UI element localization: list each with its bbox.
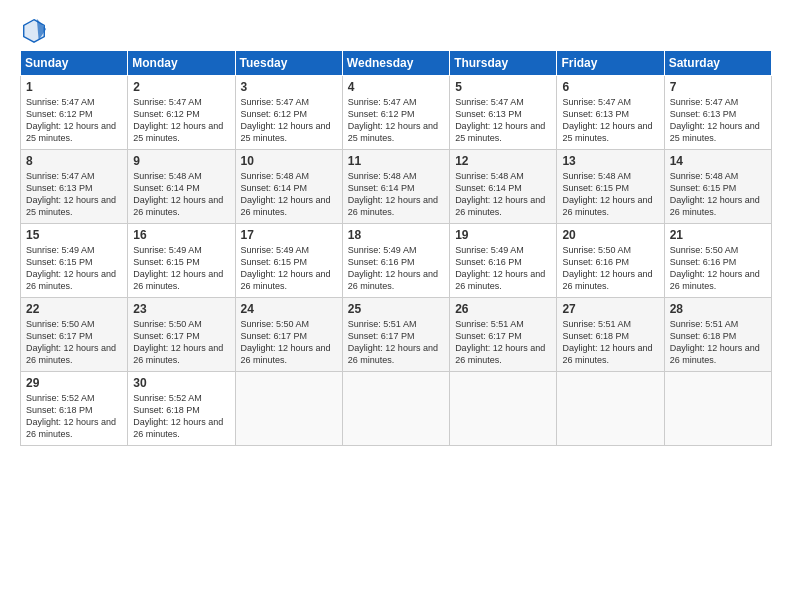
calendar-cell — [664, 372, 771, 446]
calendar-cell: 21 Sunrise: 5:50 AMSunset: 6:16 PMDaylig… — [664, 224, 771, 298]
cell-text: Sunrise: 5:51 AMSunset: 6:17 PMDaylight:… — [455, 319, 545, 365]
calendar-cell: 15 Sunrise: 5:49 AMSunset: 6:15 PMDaylig… — [21, 224, 128, 298]
weekday-header-row: SundayMondayTuesdayWednesdayThursdayFrid… — [21, 51, 772, 76]
day-number: 18 — [348, 228, 444, 242]
weekday-header: Friday — [557, 51, 664, 76]
calendar-cell: 19 Sunrise: 5:49 AMSunset: 6:16 PMDaylig… — [450, 224, 557, 298]
day-number: 3 — [241, 80, 337, 94]
cell-text: Sunrise: 5:47 AMSunset: 6:13 PMDaylight:… — [670, 97, 760, 143]
day-number: 13 — [562, 154, 658, 168]
logo-icon — [20, 16, 48, 44]
day-number: 4 — [348, 80, 444, 94]
calendar-cell: 10 Sunrise: 5:48 AMSunset: 6:14 PMDaylig… — [235, 150, 342, 224]
day-number: 23 — [133, 302, 229, 316]
cell-text: Sunrise: 5:47 AMSunset: 6:12 PMDaylight:… — [241, 97, 331, 143]
day-number: 16 — [133, 228, 229, 242]
day-number: 17 — [241, 228, 337, 242]
calendar-week-row: 8 Sunrise: 5:47 AMSunset: 6:13 PMDayligh… — [21, 150, 772, 224]
day-number: 25 — [348, 302, 444, 316]
cell-text: Sunrise: 5:49 AMSunset: 6:15 PMDaylight:… — [133, 245, 223, 291]
calendar-cell: 2 Sunrise: 5:47 AMSunset: 6:12 PMDayligh… — [128, 76, 235, 150]
cell-text: Sunrise: 5:49 AMSunset: 6:16 PMDaylight:… — [455, 245, 545, 291]
day-number: 2 — [133, 80, 229, 94]
day-number: 6 — [562, 80, 658, 94]
cell-text: Sunrise: 5:47 AMSunset: 6:12 PMDaylight:… — [348, 97, 438, 143]
calendar-cell: 1 Sunrise: 5:47 AMSunset: 6:12 PMDayligh… — [21, 76, 128, 150]
page: SundayMondayTuesdayWednesdayThursdayFrid… — [0, 0, 792, 612]
weekday-header: Monday — [128, 51, 235, 76]
calendar-week-row: 29 Sunrise: 5:52 AMSunset: 6:18 PMDaylig… — [21, 372, 772, 446]
day-number: 7 — [670, 80, 766, 94]
calendar-cell: 23 Sunrise: 5:50 AMSunset: 6:17 PMDaylig… — [128, 298, 235, 372]
calendar-cell: 9 Sunrise: 5:48 AMSunset: 6:14 PMDayligh… — [128, 150, 235, 224]
day-number: 10 — [241, 154, 337, 168]
cell-text: Sunrise: 5:50 AMSunset: 6:17 PMDaylight:… — [26, 319, 116, 365]
calendar-cell — [235, 372, 342, 446]
cell-text: Sunrise: 5:47 AMSunset: 6:13 PMDaylight:… — [562, 97, 652, 143]
calendar-cell: 14 Sunrise: 5:48 AMSunset: 6:15 PMDaylig… — [664, 150, 771, 224]
cell-text: Sunrise: 5:48 AMSunset: 6:14 PMDaylight:… — [133, 171, 223, 217]
day-number: 24 — [241, 302, 337, 316]
cell-text: Sunrise: 5:50 AMSunset: 6:17 PMDaylight:… — [241, 319, 331, 365]
cell-text: Sunrise: 5:48 AMSunset: 6:15 PMDaylight:… — [670, 171, 760, 217]
calendar-cell: 24 Sunrise: 5:50 AMSunset: 6:17 PMDaylig… — [235, 298, 342, 372]
calendar-cell: 4 Sunrise: 5:47 AMSunset: 6:12 PMDayligh… — [342, 76, 449, 150]
day-number: 29 — [26, 376, 122, 390]
calendar-table: SundayMondayTuesdayWednesdayThursdayFrid… — [20, 50, 772, 446]
calendar-week-row: 22 Sunrise: 5:50 AMSunset: 6:17 PMDaylig… — [21, 298, 772, 372]
calendar-cell — [450, 372, 557, 446]
cell-text: Sunrise: 5:52 AMSunset: 6:18 PMDaylight:… — [26, 393, 116, 439]
calendar-cell: 18 Sunrise: 5:49 AMSunset: 6:16 PMDaylig… — [342, 224, 449, 298]
calendar-cell: 29 Sunrise: 5:52 AMSunset: 6:18 PMDaylig… — [21, 372, 128, 446]
header — [20, 16, 772, 44]
weekday-header: Tuesday — [235, 51, 342, 76]
day-number: 26 — [455, 302, 551, 316]
weekday-header: Wednesday — [342, 51, 449, 76]
cell-text: Sunrise: 5:51 AMSunset: 6:17 PMDaylight:… — [348, 319, 438, 365]
calendar-cell: 28 Sunrise: 5:51 AMSunset: 6:18 PMDaylig… — [664, 298, 771, 372]
weekday-header: Sunday — [21, 51, 128, 76]
cell-text: Sunrise: 5:51 AMSunset: 6:18 PMDaylight:… — [562, 319, 652, 365]
cell-text: Sunrise: 5:47 AMSunset: 6:12 PMDaylight:… — [26, 97, 116, 143]
day-number: 1 — [26, 80, 122, 94]
day-number: 28 — [670, 302, 766, 316]
cell-text: Sunrise: 5:47 AMSunset: 6:12 PMDaylight:… — [133, 97, 223, 143]
calendar-cell: 11 Sunrise: 5:48 AMSunset: 6:14 PMDaylig… — [342, 150, 449, 224]
calendar-cell: 5 Sunrise: 5:47 AMSunset: 6:13 PMDayligh… — [450, 76, 557, 150]
calendar-week-row: 15 Sunrise: 5:49 AMSunset: 6:15 PMDaylig… — [21, 224, 772, 298]
day-number: 11 — [348, 154, 444, 168]
calendar-cell: 26 Sunrise: 5:51 AMSunset: 6:17 PMDaylig… — [450, 298, 557, 372]
day-number: 27 — [562, 302, 658, 316]
day-number: 8 — [26, 154, 122, 168]
calendar-cell: 7 Sunrise: 5:47 AMSunset: 6:13 PMDayligh… — [664, 76, 771, 150]
calendar-cell: 22 Sunrise: 5:50 AMSunset: 6:17 PMDaylig… — [21, 298, 128, 372]
calendar-cell: 17 Sunrise: 5:49 AMSunset: 6:15 PMDaylig… — [235, 224, 342, 298]
calendar-cell: 3 Sunrise: 5:47 AMSunset: 6:12 PMDayligh… — [235, 76, 342, 150]
calendar-cell: 30 Sunrise: 5:52 AMSunset: 6:18 PMDaylig… — [128, 372, 235, 446]
day-number: 5 — [455, 80, 551, 94]
calendar-cell — [342, 372, 449, 446]
cell-text: Sunrise: 5:49 AMSunset: 6:16 PMDaylight:… — [348, 245, 438, 291]
calendar-cell: 16 Sunrise: 5:49 AMSunset: 6:15 PMDaylig… — [128, 224, 235, 298]
day-number: 30 — [133, 376, 229, 390]
day-number: 21 — [670, 228, 766, 242]
calendar-cell: 27 Sunrise: 5:51 AMSunset: 6:18 PMDaylig… — [557, 298, 664, 372]
day-number: 20 — [562, 228, 658, 242]
calendar-cell: 12 Sunrise: 5:48 AMSunset: 6:14 PMDaylig… — [450, 150, 557, 224]
cell-text: Sunrise: 5:50 AMSunset: 6:16 PMDaylight:… — [670, 245, 760, 291]
calendar-cell: 13 Sunrise: 5:48 AMSunset: 6:15 PMDaylig… — [557, 150, 664, 224]
calendar-cell: 6 Sunrise: 5:47 AMSunset: 6:13 PMDayligh… — [557, 76, 664, 150]
calendar-cell: 25 Sunrise: 5:51 AMSunset: 6:17 PMDaylig… — [342, 298, 449, 372]
cell-text: Sunrise: 5:47 AMSunset: 6:13 PMDaylight:… — [26, 171, 116, 217]
calendar-cell — [557, 372, 664, 446]
cell-text: Sunrise: 5:50 AMSunset: 6:17 PMDaylight:… — [133, 319, 223, 365]
day-number: 12 — [455, 154, 551, 168]
day-number: 14 — [670, 154, 766, 168]
cell-text: Sunrise: 5:50 AMSunset: 6:16 PMDaylight:… — [562, 245, 652, 291]
cell-text: Sunrise: 5:51 AMSunset: 6:18 PMDaylight:… — [670, 319, 760, 365]
calendar-week-row: 1 Sunrise: 5:47 AMSunset: 6:12 PMDayligh… — [21, 76, 772, 150]
cell-text: Sunrise: 5:48 AMSunset: 6:14 PMDaylight:… — [455, 171, 545, 217]
day-number: 19 — [455, 228, 551, 242]
logo — [20, 16, 52, 44]
cell-text: Sunrise: 5:48 AMSunset: 6:14 PMDaylight:… — [348, 171, 438, 217]
